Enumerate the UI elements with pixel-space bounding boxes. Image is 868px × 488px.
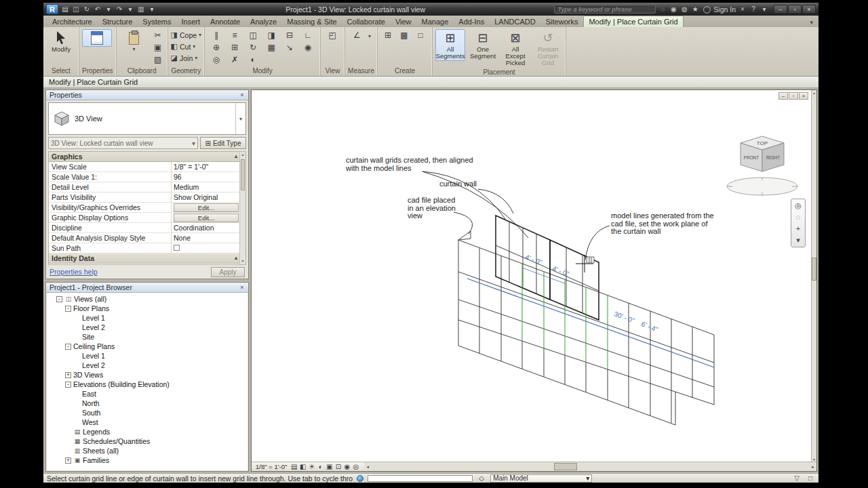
property-value[interactable] xyxy=(171,243,245,253)
tab-siteworks[interactable]: Siteworks xyxy=(541,16,583,27)
ribbon-display-toggle[interactable]: ▾ xyxy=(808,19,818,27)
properties-palette-titlebar[interactable]: Properties × xyxy=(46,90,248,100)
pin-icon[interactable]: ◉ xyxy=(299,41,317,53)
tab-structure[interactable]: Structure xyxy=(98,16,138,27)
restore-button[interactable]: ▫ xyxy=(788,5,802,14)
tree-ceiling-plans[interactable]: - Ceiling Plans xyxy=(47,342,248,351)
tree-sheets[interactable]: ▥ Sheets (all) xyxy=(47,446,248,455)
tab-modify-place-curtain-grid[interactable]: Modify | Place Curtain Grid xyxy=(583,16,683,27)
trim-icon[interactable]: ∟ xyxy=(299,29,317,41)
vertical-scrollbar[interactable]: ▴ ▾ xyxy=(811,90,816,462)
vertical-scrollbar-thumb[interactable] xyxy=(812,258,816,281)
rotate-icon[interactable]: ↻ xyxy=(244,41,262,53)
property-value[interactable]: None xyxy=(171,233,245,243)
tree-views-all[interactable]: - ◫ Views (all) xyxy=(47,294,248,304)
select-toggle-icon[interactable]: □ xyxy=(806,474,815,482)
crop-view-icon[interactable]: ▣ xyxy=(325,463,334,470)
unpin-icon[interactable]: ◎ xyxy=(208,54,225,65)
view-restore-button[interactable]: ▫ xyxy=(789,92,798,100)
viewcube-front-label[interactable]: FRONT xyxy=(744,155,759,160)
curtain-grid-lines[interactable] xyxy=(522,264,608,369)
tree-floor-plans[interactable]: - Floor Plans xyxy=(47,304,248,313)
split-icon[interactable]: ⊟ xyxy=(281,29,298,41)
cut-icon[interactable]: ✂ xyxy=(151,29,165,41)
project-browser-titlebar[interactable]: Project1 - Project Browser × xyxy=(46,283,248,293)
match-type-icon[interactable]: ▨ xyxy=(151,54,165,65)
array-icon[interactable]: ▦ xyxy=(262,41,280,53)
sync-icon[interactable]: ↻ xyxy=(82,5,92,13)
application-menu-button[interactable]: R xyxy=(46,4,58,14)
temporary-hide-icon[interactable]: ◉ xyxy=(342,463,351,470)
graphics-section-header[interactable]: Graphics ▴ xyxy=(49,152,245,162)
join-geometry-button[interactable]: ◪ Join ▾ xyxy=(171,52,202,64)
tab-annotate[interactable]: Annotate xyxy=(205,16,245,27)
delete-icon[interactable]: ✗ xyxy=(226,54,243,65)
tab-collaborate[interactable]: Collaborate xyxy=(342,16,390,27)
offset-icon[interactable]: ≡ xyxy=(226,29,243,41)
properties-help-link[interactable]: Properties help xyxy=(50,268,98,276)
tab-insert[interactable]: Insert xyxy=(177,16,205,27)
tree-expander[interactable]: - xyxy=(65,344,71,350)
reveal-hidden-icon[interactable]: ◎ xyxy=(351,463,360,470)
horizontal-scrollbar[interactable]: ◂ ▸ xyxy=(364,462,816,471)
copy-tool-icon[interactable]: ⊞ xyxy=(226,41,243,53)
property-value[interactable]: Edit... xyxy=(171,213,245,222)
pan-icon[interactable]: + xyxy=(796,225,800,232)
viewcube-top-label[interactable]: TOP xyxy=(757,140,768,146)
properties-scrollbar-thumb[interactable] xyxy=(241,159,245,190)
tab-massing-site[interactable]: Massing & Site xyxy=(282,16,341,27)
help-icon[interactable]: ? xyxy=(749,5,758,13)
filter-icon[interactable]: ▽ xyxy=(792,474,802,482)
favorites-icon[interactable]: ★ xyxy=(690,5,700,13)
sun-path-icon[interactable]: ☀ xyxy=(307,463,316,470)
viewcube-right-label[interactable]: RIGHT xyxy=(766,155,780,160)
tree-expander[interactable]: - xyxy=(56,296,62,302)
communication-center-icon[interactable]: ◍ xyxy=(679,5,689,13)
paste-dropdown[interactable]: ▾ xyxy=(133,46,136,52)
apply-button[interactable]: Apply xyxy=(211,267,245,277)
all-segments-button[interactable]: ⊞ AllSegments xyxy=(435,29,465,61)
tree-3d-views[interactable]: + 3D Views xyxy=(47,370,248,380)
properties-scrollbar[interactable]: ▴ ▾ xyxy=(239,152,245,264)
tree-elevations[interactable]: - Elevations (Building Elevation) xyxy=(47,380,248,389)
properties-toggle-button[interactable] xyxy=(82,29,112,47)
navbar-chevron-icon[interactable]: ▾ xyxy=(796,237,800,244)
drawing-surface[interactable]: curtain wall grids created, then aligned… xyxy=(252,90,811,462)
tab-systems[interactable]: Systems xyxy=(138,16,176,27)
all-except-picked-button[interactable]: ⊠ All ExceptPicked xyxy=(500,29,530,68)
view-minimize-button[interactable]: – xyxy=(778,92,788,100)
tree-schedules[interactable]: ▦ Schedules/Quantities xyxy=(47,436,248,446)
tree-ceiling-level-2[interactable]: Level 2 xyxy=(47,361,248,370)
search-input[interactable] xyxy=(554,5,656,14)
tab-analyze[interactable]: Analyze xyxy=(245,16,281,27)
save-icon[interactable]: ◫ xyxy=(71,5,81,13)
tree-legends[interactable]: ▤ Legends xyxy=(47,427,248,436)
steering-wheel-icon[interactable]: ◎ xyxy=(795,202,802,209)
tree-west[interactable]: West xyxy=(47,418,248,427)
cut-geometry-button[interactable]: ◧ Cut ▾ xyxy=(171,41,202,52)
undo-dropdown[interactable]: ▾ xyxy=(104,5,113,13)
open-icon[interactable]: ▤ xyxy=(60,5,70,13)
copy-icon[interactable]: ▣ xyxy=(151,41,165,53)
cope-button[interactable]: ◨ Cope ▾ xyxy=(171,29,202,41)
type-selector-dropdown[interactable]: ▾ xyxy=(235,103,245,134)
visual-style-icon[interactable]: ◧ xyxy=(298,463,307,470)
project-browser-close-icon[interactable]: × xyxy=(238,284,246,291)
tree-expander[interactable]: - xyxy=(65,306,71,312)
type-selector[interactable]: 3D View ▾ xyxy=(48,102,246,135)
tree-ceiling-level-1[interactable]: Level 1 xyxy=(47,351,248,361)
tree-expander[interactable]: + xyxy=(65,458,71,464)
detail-level-icon[interactable]: ▤ xyxy=(290,463,298,470)
tree-floor-level-1[interactable]: Level 1 xyxy=(47,313,248,323)
tree-north[interactable]: North xyxy=(47,399,248,408)
design-options-combo[interactable]: Main Model ▾ xyxy=(490,474,592,483)
mirror-draw-icon[interactable]: ◨ xyxy=(262,29,280,41)
paste-button[interactable]: ▾ xyxy=(119,29,149,54)
view-scale-label[interactable]: 1/8" = 1'-0" xyxy=(256,463,287,470)
tree-families[interactable]: + ▣ Families xyxy=(47,455,248,465)
create-similar-icon[interactable]: ⊞ xyxy=(380,29,395,41)
close-button[interactable]: × xyxy=(802,5,816,14)
align-icon[interactable]: ∥ xyxy=(208,29,225,41)
tree-east[interactable]: East xyxy=(47,389,248,399)
property-value[interactable]: Medium xyxy=(171,182,245,192)
